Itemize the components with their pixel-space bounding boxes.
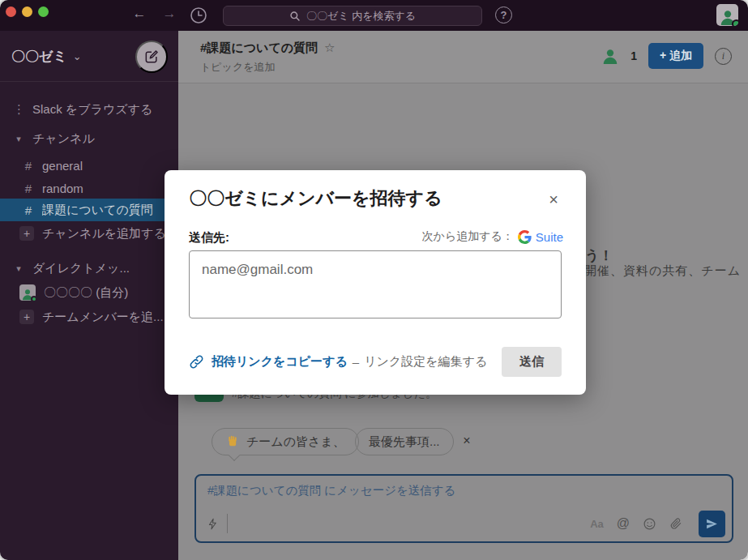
info-button[interactable]: i (715, 48, 732, 65)
copy-link-label: 招待リンクをコピーする (212, 354, 348, 370)
google-logo-icon (518, 230, 532, 244)
attach-paperclip-icon[interactable] (669, 517, 682, 530)
search-placeholder: 〇〇ゼミ 内を検索する (306, 9, 416, 24)
channel-label: general (42, 159, 83, 173)
compose-button[interactable] (135, 41, 168, 73)
channel-header: #課題についての質問☆ トピックを追加 1 + 追加 i (178, 31, 748, 83)
section-chevron-icon: ▾ (13, 263, 24, 274)
sidebar-item-browse[interactable]: ⋮ Slack をブラウズする (0, 99, 178, 120)
add-member-label: チームメンバーを追... (42, 310, 164, 325)
slack-window: ← → 〇〇ゼミ 内を検索する ? 〇〇ゼミ (0, 0, 748, 560)
modal-title: 〇〇ゼミにメンバーを招待する (189, 186, 442, 211)
suite-label: Suite (536, 230, 563, 244)
sidebar-item-channel-selected[interactable]: # 課題についての質問 (0, 199, 178, 221)
channel-title: #課題についての質問☆ (200, 41, 336, 56)
sidebar-section-dms[interactable]: ▾ ダイレクトメッ... (0, 258, 178, 279)
send-invite-button[interactable]: 送信 (502, 347, 562, 377)
sidebar-item-channel-general[interactable]: # general (0, 155, 178, 176)
send-message-button[interactable] (699, 511, 725, 537)
traffic-light-zoom[interactable] (38, 6, 49, 17)
workspace-header[interactable]: 〇〇ゼミ ⌄ (0, 31, 178, 82)
user-avatar[interactable] (716, 4, 738, 26)
search-input[interactable]: 〇〇ゼミ 内を検索する (223, 6, 482, 26)
pill-label: チームの皆さま、 (246, 434, 345, 450)
star-icon[interactable]: ☆ (324, 41, 335, 54)
composer-divider (227, 514, 228, 533)
traffic-light-close[interactable] (6, 6, 16, 17)
presence-dot (31, 296, 37, 302)
channel-label: random (42, 182, 83, 195)
sidebar-section-channels[interactable]: ▾ チャンネル (0, 128, 178, 149)
hash-icon: # (23, 182, 34, 195)
format-aa-button[interactable]: Aa (590, 518, 604, 530)
member-count[interactable]: 1 (630, 49, 637, 62)
invite-modal: 〇〇ゼミにメンバーを招待する × 送信先: 次から追加する： Suite 招待リ… (165, 170, 586, 395)
add-member-button[interactable]: + 追加 (648, 43, 703, 69)
recipient-label: 送信先: (189, 230, 229, 246)
section-chevron-icon: ▾ (13, 134, 24, 144)
add-from-label: 次から追加する： (421, 229, 513, 244)
history-clock-icon[interactable] (189, 6, 208, 25)
workspace-name: 〇〇ゼミ (11, 47, 67, 66)
edit-link-settings[interactable]: リンク設定を編集する (364, 354, 487, 370)
link-separator: – (353, 355, 359, 369)
suggestion-pill-priority[interactable]: 最優先事項... (355, 428, 454, 455)
sidebar: 〇〇ゼミ ⌄ ⋮ Slack をブラウズする ▾ チャンネル # general… (0, 31, 178, 560)
welcome-text-fragment-bold: う！ (585, 246, 613, 265)
wave-hand-icon (225, 434, 240, 449)
invite-email-input[interactable] (189, 250, 562, 318)
browse-label: Slack をブラウズする (32, 102, 152, 118)
compose-pencil-icon (143, 49, 160, 65)
sidebar-item-dm-self[interactable]: 〇〇〇〇 (自分) (0, 282, 178, 303)
dismiss-pills-button[interactable]: × (459, 434, 475, 448)
back-arrow-icon[interactable]: ← (130, 6, 149, 22)
composer-placeholder: #課題についての質問 にメッセージを送信する (207, 483, 456, 498)
channels-header-label: チャンネル (32, 131, 95, 147)
shortcuts-lightning-icon[interactable] (203, 518, 222, 530)
pill-label: 最優先事項... (369, 434, 440, 450)
suggestion-pill-greeting[interactable]: チームの皆さま、 (212, 428, 359, 455)
members-icon[interactable] (601, 47, 619, 65)
help-button[interactable]: ? (495, 6, 512, 24)
dm-avatar (19, 284, 36, 301)
traffic-light-minimize[interactable] (22, 6, 32, 17)
sidebar-item-add-member[interactable]: + チームメンバーを追... (0, 306, 178, 327)
sidebar-item-channel-random[interactable]: # random (0, 177, 178, 199)
welcome-text-fragment: 開催、資料の共有、チーム (584, 263, 741, 279)
sidebar-item-add-channel[interactable]: + チャンネルを追加する (0, 223, 178, 244)
hash-icon: # (23, 203, 34, 217)
add-from-gsuite[interactable]: 次から追加する： Suite (421, 229, 563, 244)
channel-title-text: #課題についての質問 (200, 41, 318, 54)
hash-icon: # (23, 159, 34, 173)
forward-arrow-icon[interactable]: → (160, 6, 179, 22)
question-icon: ? (501, 9, 507, 21)
dm-header-label: ダイレクトメッ... (32, 261, 130, 276)
add-channel-label: チャンネルを追加する (42, 226, 166, 242)
channel-label: 課題についての質問 (42, 203, 153, 218)
emoji-button[interactable] (643, 517, 656, 531)
pill-tail (229, 450, 240, 461)
search-icon (289, 11, 301, 22)
mention-button[interactable]: @ (617, 516, 630, 531)
chevron-down-icon: ⌄ (73, 50, 82, 62)
info-icon: i (722, 50, 724, 62)
copy-invite-link[interactable]: 招待リンクをコピーする (189, 354, 348, 370)
send-plane-icon (705, 517, 719, 531)
add-topic-link[interactable]: トピックを追加 (200, 60, 276, 75)
plus-icon: + (19, 226, 34, 241)
message-composer[interactable]: #課題についての質問 にメッセージを送信する Aa @ (194, 474, 733, 543)
link-chain-icon (189, 354, 204, 370)
plus-icon: + (19, 310, 34, 324)
dots-icon: ⋮ (13, 102, 24, 117)
top-bar: ← → 〇〇ゼミ 内を検索する ? (0, 0, 748, 31)
dm-user-label: 〇〇〇〇 (自分) (44, 285, 128, 301)
close-icon[interactable]: × (542, 188, 565, 211)
presence-dot (732, 19, 738, 26)
